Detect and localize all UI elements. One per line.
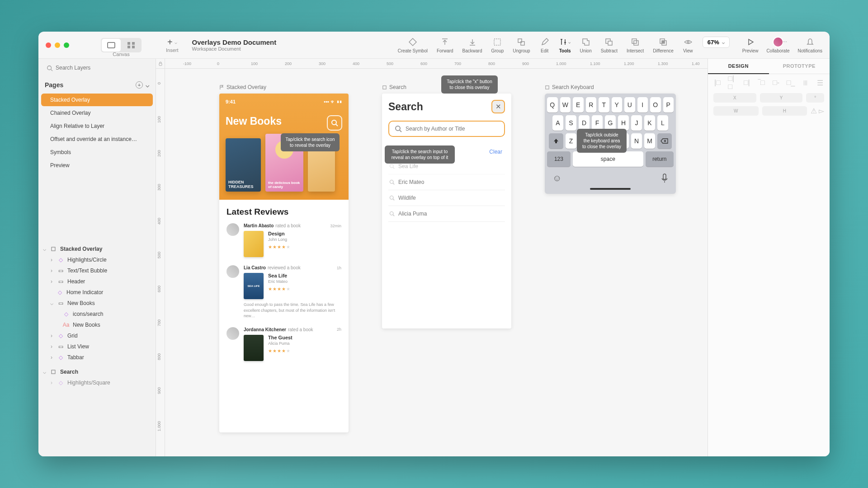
ungroup-button[interactable]: Ungroup	[513, 37, 530, 53]
keyboard-key[interactable]: W	[560, 97, 571, 113]
review-item[interactable]: Martin Abastorated a book32minDesignJohn…	[226, 223, 341, 257]
union-button[interactable]: Union	[580, 37, 592, 53]
keyboard-key[interactable]: J	[631, 115, 642, 131]
search-history-item[interactable]: Wildlife	[388, 190, 505, 206]
tab-design[interactable]: DESIGN	[708, 59, 769, 74]
keyboard-key[interactable]: F	[592, 115, 603, 131]
collaborate-button[interactable]: ⋯Collaborate	[766, 37, 789, 53]
keyboard-key[interactable]: D	[579, 115, 590, 131]
page-item[interactable]: Align Relative to Layer	[41, 120, 153, 132]
flip-icon[interactable]: ▻	[819, 107, 824, 115]
layer-item[interactable]: ›▭Header	[38, 276, 156, 287]
keyboard-key[interactable]: R	[586, 97, 597, 113]
layer-item[interactable]: AaNew Books	[38, 319, 156, 330]
maximize-window-icon[interactable]	[64, 42, 69, 48]
search-artboard[interactable]: Tap/click the "x" button to close this o…	[382, 94, 511, 328]
shift-key[interactable]	[549, 133, 563, 149]
search-history-item[interactable]: Alicia Puma	[388, 206, 505, 222]
forward-button[interactable]: Forward	[437, 37, 453, 53]
align-bottom-icon[interactable]: □_	[787, 79, 795, 87]
insert-section[interactable]: + ⌵ Insert	[166, 37, 179, 53]
lock-icon[interactable]: ⚠	[811, 107, 817, 115]
keyboard-key[interactable]: Y	[612, 97, 623, 113]
keyboard-key[interactable]: A	[552, 115, 563, 131]
backward-button[interactable]: Backward	[462, 37, 482, 53]
layer-item[interactable]: ⌵▭New Books	[38, 298, 156, 309]
keyboard-key[interactable]: T	[599, 97, 609, 113]
layer-artboard[interactable]: ⌵Stacked Overlay	[38, 244, 156, 254]
keyboard-key[interactable]: K	[644, 115, 655, 131]
add-page-button[interactable]: +	[136, 81, 143, 89]
search-input[interactable]	[406, 126, 499, 132]
emoji-icon[interactable]: ☺	[552, 173, 561, 183]
align-left-icon[interactable]: |□	[713, 79, 722, 87]
search-input-wrapper[interactable]	[388, 121, 505, 137]
keyboard-key[interactable]: E	[573, 97, 584, 113]
distribute-h-icon[interactable]: ⫼	[802, 79, 810, 87]
minimize-window-icon[interactable]	[55, 42, 60, 48]
page-item[interactable]: Symbols	[41, 146, 153, 159]
align-top-icon[interactable]: ‾□	[757, 79, 765, 87]
layer-item[interactable]: ◇Home Indicator	[38, 287, 156, 298]
distribute-v-icon[interactable]: ☰	[816, 79, 824, 87]
search-layers-input[interactable]	[44, 62, 150, 73]
artboard-label[interactable]: Search	[382, 84, 406, 90]
keyboard-key[interactable]: N	[631, 133, 642, 149]
components-view-button[interactable]	[122, 39, 141, 52]
angle-field[interactable]: °	[806, 93, 824, 103]
layer-item[interactable]: ›◇Grid	[38, 330, 156, 341]
difference-button[interactable]: Difference	[653, 37, 673, 53]
keyboard-key[interactable]: H	[618, 115, 629, 131]
align-center-v-icon[interactable]: □-	[772, 79, 780, 87]
keyboard-key[interactable]: U	[624, 97, 635, 113]
space-key[interactable]: space	[573, 151, 643, 167]
canvas-view-button[interactable]	[102, 39, 121, 52]
review-item[interactable]: Jordanna Kitchenerrated a book2hThe Gues…	[226, 327, 341, 361]
tab-prototype[interactable]: PROTOTYPE	[769, 59, 830, 74]
layer-item[interactable]: ›◇Highlights/Circle	[38, 254, 156, 265]
page-item[interactable]: Offset and override at an instance…	[41, 133, 153, 145]
book-cover[interactable]: HIDDEN TREASURES	[226, 138, 261, 192]
stacked-overlay-artboard[interactable]: 9:41 ••• ᯤ ▮▮ New Books Tap/click the se…	[219, 94, 349, 432]
y-field[interactable]: Y	[760, 93, 803, 103]
layer-item[interactable]: ◇icons/search	[38, 309, 156, 319]
keyboard-key[interactable]: Z	[566, 133, 576, 149]
layer-item[interactable]: ›◇Tabbar	[38, 352, 156, 363]
create-symbol-button[interactable]: Create Symbol	[398, 37, 428, 53]
x-field[interactable]: X	[713, 93, 756, 103]
keyboard-key[interactable]: G	[605, 115, 616, 131]
traffic-lights[interactable]	[46, 42, 69, 48]
page-item[interactable]: Stacked Overlay	[41, 94, 153, 106]
numbers-key[interactable]: 123	[547, 151, 571, 167]
layer-item[interactable]: ›▭Text/Text Bubble	[38, 265, 156, 276]
artboard-label[interactable]: Search Keyboard	[545, 84, 594, 90]
align-center-h-icon[interactable]: □|□	[728, 79, 736, 87]
h-field[interactable]: H	[762, 106, 807, 116]
layer-item[interactable]: ›◇Highlights/Square	[38, 377, 156, 388]
search-history-item[interactable]: Eric Mateo	[388, 174, 505, 190]
close-button[interactable]: ✕	[491, 100, 505, 113]
keyboard-key[interactable]: O	[650, 97, 661, 113]
view-toggle[interactable]: Canvas	[101, 38, 142, 52]
canvas[interactable]: -10001002003004005006007008009001.0001.1…	[156, 59, 708, 456]
page-item[interactable]: Preview	[41, 159, 153, 172]
keyboard-key[interactable]: Q	[547, 97, 558, 113]
group-button[interactable]: Group	[491, 37, 504, 53]
intersect-button[interactable]: Intersect	[627, 37, 644, 53]
artboard-label[interactable]: Stacked Overlay	[219, 84, 266, 90]
keyboard-key[interactable]: L	[657, 115, 668, 131]
search-icon-button[interactable]	[327, 115, 342, 131]
tools-button[interactable]: ⌵Tools	[559, 37, 571, 53]
w-field[interactable]: W	[713, 106, 759, 116]
keyboard-key[interactable]: M	[644, 133, 655, 149]
review-item[interactable]: Lia Castroreviewed a book1hSEA LIFESea L…	[226, 265, 341, 319]
subtract-button[interactable]: Subtract	[601, 37, 618, 53]
keyboard-key[interactable]: P	[663, 97, 674, 113]
layer-item[interactable]: ›▭List View	[38, 341, 156, 352]
view-button[interactable]: View	[683, 37, 693, 53]
canvas-content[interactable]: Stacked Overlay Search Search Keyboard 9…	[165, 69, 708, 456]
edit-button[interactable]: Edit	[539, 37, 550, 53]
align-right-icon[interactable]: □|	[743, 79, 751, 87]
page-item[interactable]: Chained Overlay	[41, 107, 153, 119]
return-key[interactable]: return	[646, 151, 674, 167]
